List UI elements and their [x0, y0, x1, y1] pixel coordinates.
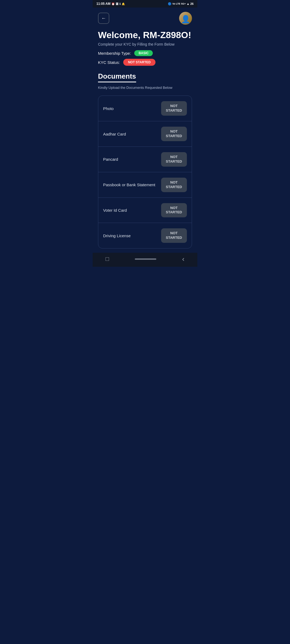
status-bar: 11:05 AM ⏰ 🖼 ℹ 🔔 🔵 Vo LTE 5G+ ▲ 26	[93, 0, 197, 8]
kyc-status-label: KYC Status:	[98, 60, 120, 65]
document-name-driving: Driving License	[103, 233, 131, 238]
document-name-pancard: Pancard	[103, 157, 118, 162]
document-row-passbook[interactable]: Passbook or Bank Statement NOTSTARTED	[98, 172, 192, 198]
document-name-voter: Voter Id Card	[103, 208, 127, 213]
kyc-status-badge: NOT STARTED	[123, 59, 155, 66]
nav-square-icon[interactable]: □	[106, 255, 109, 262]
welcome-title: Welcome, RM-Z898O!	[98, 30, 192, 40]
document-status-aadhar: NOTSTARTED	[161, 127, 187, 141]
avatar-image: 👤	[181, 15, 190, 24]
status-bar-left: 11:05 AM ⏰ 🖼 ℹ 🔔	[96, 2, 125, 6]
back-arrow-icon: ←	[101, 16, 106, 21]
document-row-driving[interactable]: Driving License NOTSTARTED	[98, 223, 192, 248]
membership-row: Membership Type: BASIC	[98, 50, 192, 56]
avatar: 👤	[179, 12, 192, 25]
home-indicator[interactable]	[135, 258, 156, 260]
welcome-subtitle: Complete your KYC by Filling the Form Be…	[98, 42, 192, 46]
documents-section: Documents Kindly Upload the Documents Re…	[98, 72, 192, 248]
document-status-pancard: NOTSTARTED	[161, 152, 187, 167]
document-status-driving: NOTSTARTED	[161, 228, 187, 243]
document-status-voter: NOTSTARTED	[161, 203, 187, 218]
info-icon: ℹ	[119, 2, 121, 5]
main-content: ← 👤 Welcome, RM-Z898O! Complete your KYC…	[93, 8, 197, 253]
network-label: Vo LTE	[172, 2, 180, 5]
header-row: ← 👤	[98, 12, 192, 25]
document-row-pancard[interactable]: Pancard NOTSTARTED	[98, 147, 192, 172]
document-row-photo[interactable]: Photo NOTSTARTED	[98, 96, 192, 121]
signal-bars: ▲	[187, 2, 190, 5]
signal-5g: 5G+	[181, 2, 186, 5]
document-name-passbook: Passbook or Bank Statement	[103, 182, 155, 187]
nav-back-icon[interactable]: ‹	[182, 255, 184, 263]
back-button[interactable]: ←	[98, 13, 109, 24]
bottom-navigation: □ ‹	[93, 253, 197, 267]
document-name-aadhar: Aadhar Card	[103, 132, 126, 136]
documents-card: Photo NOTSTARTED Aadhar Card NOTSTARTED …	[98, 96, 192, 248]
kyc-status-row: KYC Status: NOT STARTED	[98, 59, 192, 66]
alarm-icon: ⏰	[111, 2, 115, 5]
bell-icon: 🔔	[122, 2, 125, 5]
membership-badge: BASIC	[134, 50, 153, 56]
document-row-aadhar[interactable]: Aadhar Card NOTSTARTED	[98, 121, 192, 147]
membership-label: Membership Type:	[98, 51, 131, 56]
document-status-photo: NOTSTARTED	[161, 101, 187, 116]
documents-section-title: Documents	[98, 72, 136, 82]
sim-icon: 🖼	[116, 2, 118, 5]
documents-section-subtitle: Kindly Upload the Documents Requested Be…	[98, 86, 192, 90]
document-row-voter[interactable]: Voter Id Card NOTSTARTED	[98, 198, 192, 223]
document-name-photo: Photo	[103, 106, 114, 111]
time-display: 11:05 AM	[96, 2, 110, 6]
status-bar-right: 🔵 Vo LTE 5G+ ▲ 26	[168, 2, 194, 6]
bluetooth-icon: 🔵	[168, 2, 172, 6]
battery-level: 26	[190, 2, 194, 5]
document-status-passbook: NOTSTARTED	[161, 178, 187, 192]
